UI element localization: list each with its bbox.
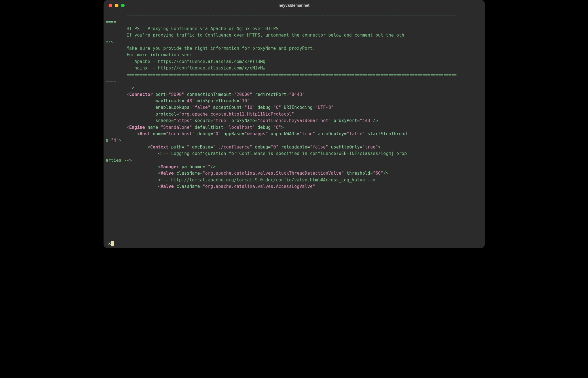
maximize-icon[interactable] [121,4,125,7]
titlebar: heyvaldemar.net [104,0,485,11]
cmd-text: x [108,241,111,246]
code-line: <Engine name="Standalone" defaultHost="l… [106,124,482,131]
code-line: ==== [106,78,482,85]
window-title: heyvaldemar.net [104,3,485,8]
code-line: ==== [106,19,482,25]
code-line: <Valve className="org.apache.catalina.va… [106,170,482,177]
code-line: <Valve className="org.apache.catalina.va… [106,183,482,190]
terminal-window: heyvaldemar.net ========================… [104,0,485,248]
cursor-icon [111,241,114,246]
code-line: <Manager pathname=""/> [106,164,482,170]
code-line: Apache - https://confluence.atlassian.co… [106,58,482,65]
code-line: <!-- http://tomcat.apache.org/tomcat-9.0… [106,177,482,183]
code-line: ========================================… [106,72,482,78]
code-line: For more information see: [106,52,482,58]
code-line: ers. [106,39,482,45]
terminal-body[interactable]: ========================================… [104,11,485,192]
code-line: nginx - https://confluence.atlassian.com… [106,65,482,71]
code-line: --> [106,85,482,91]
code-line: If you're proxying traffic to Confluence… [106,32,482,39]
code-line: enableLookups="false" acceptCount="10" d… [106,104,482,111]
code-line: erties --> [106,157,482,164]
code-line: <Host name="localhost" debug="0" appBase… [106,131,482,137]
vim-command-line[interactable]: :x [106,241,114,246]
code-line: ========================================… [106,12,482,19]
code-line: scheme="https" secure="true" proxyName="… [106,118,482,124]
code-line: <Context path="" docBase="../confluence"… [106,144,482,150]
code-line: <Connector port="8090" connectionTimeout… [106,91,482,98]
code-line: HTTPS - Proxying Confluence via Apache o… [106,26,482,32]
code-line: maxThreads="48" minSpareThreads="10" [106,98,482,104]
code-line: <!-- Logging configuration for Confluenc… [106,150,482,157]
code-line: Make sure you provide the right informat… [106,45,482,52]
minimize-icon[interactable] [115,4,118,7]
close-icon[interactable] [109,4,112,7]
code-line: s="4"> [106,137,482,144]
code-line: protocol="org.apache.coyote.http11.Http1… [106,111,482,118]
traffic-lights [109,4,125,7]
cmd-prefix: : [106,241,108,246]
